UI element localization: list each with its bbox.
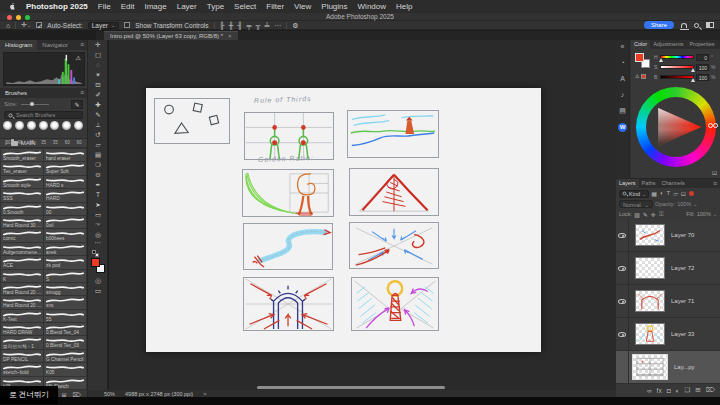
brush-preview[interactable]: 40: [15, 121, 25, 137]
brightness-value[interactable]: 100: [696, 74, 709, 81]
brush-settings-icon[interactable]: ✎: [71, 100, 83, 109]
brush-item[interactable]: b00bees: [44, 229, 86, 241]
menu-layer[interactable]: Layer: [177, 2, 197, 11]
apple-logo-icon[interactable]: [8, 2, 16, 11]
brush-item[interactable]: zk pod: [44, 256, 86, 268]
brush-size-slider[interactable]: [21, 104, 49, 105]
brush-item[interactable]: Tex_eraser: [1, 162, 43, 174]
document-canvas[interactable]: Rule of Thirds Golden Ra: [146, 88, 541, 352]
layer-thumbnail[interactable]: [635, 290, 665, 312]
move-tool[interactable]: ✛: [88, 40, 108, 50]
lasso-tool[interactable]: ◌: [88, 60, 108, 70]
align-icon-5[interactable]: ╧: [264, 21, 269, 30]
layer-effects-icon[interactable]: fx: [657, 387, 662, 394]
gradient-tool[interactable]: ▤: [88, 150, 108, 160]
brush-item[interactable]: Super Soft: [44, 162, 86, 174]
brush-item[interactable]: 0.Blend Tex_04: [44, 323, 86, 335]
brush-item[interactable]: G Channel Pencil: [44, 350, 86, 362]
tab-properties[interactable]: Properties: [686, 40, 717, 49]
delete-layer-icon[interactable]: ⌦: [706, 386, 715, 394]
brush-preview[interactable]: 35: [50, 121, 60, 137]
filter-toggle-icon[interactable]: [689, 191, 694, 196]
menu-view[interactable]: View: [294, 2, 311, 11]
brush-item[interactable]: sketch~bold: [1, 363, 43, 375]
new-group-icon[interactable]: ❏: [685, 386, 691, 394]
hand-tool[interactable]: ☞: [88, 220, 108, 230]
search-icon[interactable]: [694, 23, 699, 28]
layer-thumbnail[interactable]: [635, 257, 665, 279]
brush-item[interactable]: Smooth_eraser: [1, 149, 43, 161]
brush-item[interactable]: 00: [44, 203, 86, 215]
menu-type[interactable]: Type: [207, 2, 224, 11]
skip-overlay-tooltip[interactable]: 로 건너뛰기: [0, 386, 58, 404]
layer-name[interactable]: Layer 72: [671, 265, 694, 271]
workspace-switcher-icon[interactable]: [706, 22, 714, 28]
brush-preview[interactable]: 60: [74, 121, 84, 137]
brush-item[interactable]: S: [44, 270, 86, 282]
align-icon-4[interactable]: ╥: [255, 21, 260, 30]
document-tab[interactable]: Intro.psd @ 50% (Layer 63 copy, RGB/8) *…: [104, 31, 238, 40]
notifications-bell-icon[interactable]: [681, 23, 687, 28]
layer-row[interactable]: Layer 70: [616, 219, 720, 252]
foreground-color-swatch[interactable]: [91, 258, 100, 267]
menu-app-name[interactable]: Photoshop 2025: [26, 2, 88, 11]
move-tool-icon[interactable]: ✛⌄: [21, 20, 31, 30]
brush-preview[interactable]: 50: [3, 121, 13, 137]
layer-thumbnail[interactable]: [632, 354, 668, 380]
layer-visibility-toggle[interactable]: [616, 351, 629, 384]
gamut-color-swatch[interactable]: [641, 74, 646, 79]
dodge-tool[interactable]: ⊙: [88, 170, 108, 180]
audio-panel-icon[interactable]: ♪: [621, 91, 625, 99]
brush-item[interactable]: ACE: [1, 256, 43, 268]
show-transform-checkbox[interactable]: [124, 22, 130, 28]
new-layer-icon[interactable]: ⊞: [695, 386, 700, 394]
horizontal-scrollbar[interactable]: [257, 386, 445, 389]
lock-position-icon[interactable]: ✛: [651, 211, 656, 218]
filter-shape-layers-icon[interactable]: ▱: [673, 190, 678, 197]
shape-tool[interactable]: ▭: [88, 210, 108, 220]
filter-type-layers-icon[interactable]: T: [667, 190, 671, 197]
share-button[interactable]: Share: [644, 21, 674, 29]
brush-item[interactable]: Hard Round 20 ...: [1, 296, 43, 308]
lock-pixels-icon[interactable]: ✎: [643, 211, 648, 218]
histogram-warning-icon[interactable]: ⚠: [76, 54, 81, 61]
brush-item[interactable]: Aufgenommene...: [1, 243, 43, 255]
edit-toolbar-icon[interactable]: ⋯: [88, 240, 107, 248]
menu-window[interactable]: Window: [358, 2, 386, 11]
magic-wand-tool[interactable]: ✶: [88, 70, 108, 80]
brush-item[interactable]: sns: [44, 296, 86, 308]
collapse-panels-icon[interactable]: «: [621, 43, 625, 51]
hue-value[interactable]: 0: [696, 54, 709, 61]
brush-item[interactable]: Smooth style: [1, 176, 43, 188]
brush-item[interactable]: HARD s: [44, 176, 86, 188]
layer-thumbnail[interactable]: [635, 323, 665, 345]
home-icon[interactable]: ⌂: [6, 21, 10, 30]
brush-item[interactable]: 0oil: [44, 216, 86, 228]
align-icon-3[interactable]: ╤: [246, 21, 251, 30]
brush-search-input[interactable]: Search Brushes: [4, 111, 83, 119]
path-selection-tool[interactable]: ➤: [88, 200, 108, 210]
layer-name[interactable]: Lay...py: [674, 364, 695, 370]
brush-item[interactable]: HARD: [44, 189, 86, 201]
tab-histogram[interactable]: Histogram: [0, 40, 37, 50]
align-icon-2[interactable]: ╢: [237, 21, 242, 30]
filter-adjustment-layers-icon[interactable]: ◐: [660, 190, 664, 197]
brush-preview[interactable]: 35: [39, 121, 49, 137]
brush-item[interactable]: K05: [44, 363, 86, 375]
layer-row[interactable]: Layer 33: [616, 318, 720, 351]
screen-mode-icon[interactable]: ▭: [88, 286, 108, 296]
tab-paths[interactable]: Paths: [639, 179, 659, 188]
plugin-w-icon[interactable]: W: [618, 123, 627, 132]
menu-file[interactable]: File: [98, 2, 111, 11]
opacity-value[interactable]: 100%: [677, 201, 691, 207]
history-brush-tool[interactable]: ↺: [88, 130, 108, 140]
brush-item[interactable]: DP PENCIL: [1, 350, 43, 362]
brush-preview[interactable]: 65: [27, 121, 37, 137]
brush-item[interactable]: anek: [44, 243, 86, 255]
brush-item[interactable]: 0.Smooth: [1, 203, 43, 215]
tab-color[interactable]: Color: [631, 40, 650, 49]
layer-visibility-toggle[interactable]: [616, 219, 629, 252]
quick-mask-icon[interactable]: ◎: [88, 276, 108, 286]
hue-marker[interactable]: [708, 123, 718, 128]
color-triangle[interactable]: [649, 100, 703, 154]
